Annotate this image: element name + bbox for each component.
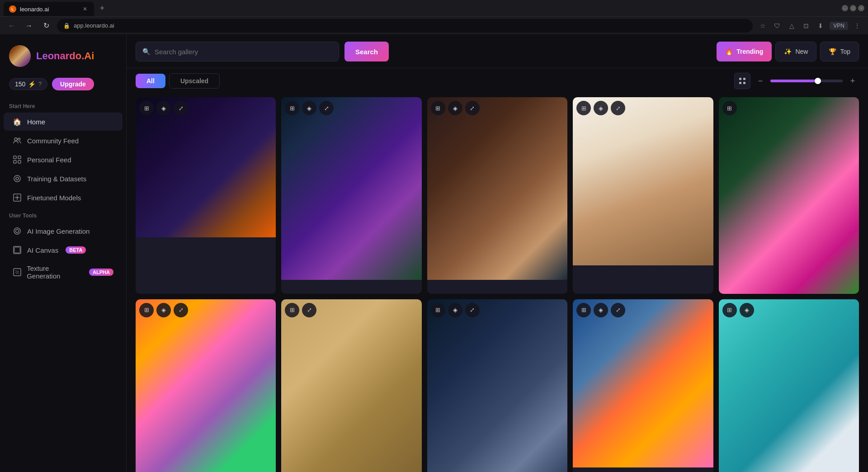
gallery-item-lion[interactable]: ⊞ ◈ ⤢ <box>136 299 276 472</box>
gallery-item-rocket[interactable]: ⊞ ◈ ⤢ <box>136 97 276 294</box>
image-lion <box>136 299 276 472</box>
svg-rect-4 <box>14 160 16 163</box>
logo-text: Leonardo.Ai <box>36 50 94 62</box>
edit-btn-rocket[interactable]: ◈ <box>156 101 171 115</box>
section-tools-label: User Tools <box>0 207 126 222</box>
extension-icon[interactable]: ⊡ <box>801 20 811 31</box>
remix-btn-pinkhair[interactable]: ⊞ <box>722 101 737 115</box>
expand-btn-woman[interactable]: ⤢ <box>465 101 480 115</box>
expand-btn-dog[interactable]: ⤢ <box>611 101 625 115</box>
help-icon[interactable]: ? <box>38 81 42 87</box>
remix-btn-rocket[interactable]: ⊞ <box>139 101 154 115</box>
edit-btn-dog[interactable]: ◈ <box>594 101 608 115</box>
gallery-item-tree[interactable]: ⊞ ◈ ⤢ <box>281 97 421 294</box>
edit-btn-woman[interactable]: ◈ <box>448 101 462 115</box>
item-overlay-rocket: ⊞ ◈ ⤢ <box>139 101 188 115</box>
upgrade-button[interactable]: Upgrade <box>52 78 94 90</box>
search-bar: 🔍 <box>136 42 339 61</box>
edit-btn-lion[interactable]: ◈ <box>156 303 171 317</box>
maximize-btn[interactable]: ⊡ <box>850 5 856 11</box>
url-bar[interactable]: 🔒 app.leonardo.ai <box>57 19 753 33</box>
all-tab[interactable]: All <box>136 74 165 88</box>
remix-btn-flowers[interactable]: ⊞ <box>576 303 591 317</box>
expand-btn-lion[interactable]: ⤢ <box>174 303 188 317</box>
item-overlay-lion: ⊞ ◈ ⤢ <box>139 303 188 317</box>
sidebar-item-home[interactable]: 🏠 Home <box>4 113 123 131</box>
edit-btn-koala[interactable]: ◈ <box>740 303 754 317</box>
personal-icon <box>13 155 22 164</box>
credits-badge: 150 ⚡ ? <box>9 78 47 90</box>
item-overlay-flowers: ⊞ ◈ ⤢ <box>576 303 625 317</box>
zoom-slider[interactable] <box>770 80 843 82</box>
svg-point-6 <box>14 175 20 182</box>
svg-point-9 <box>14 228 20 234</box>
svg-rect-3 <box>18 156 21 159</box>
profile-icon[interactable]: △ <box>786 20 797 31</box>
gallery-item-flowers[interactable]: ⊞ ◈ ⤢ <box>573 299 713 472</box>
gallery-item-pinkhair[interactable]: ⊞ <box>719 97 859 294</box>
shield-icon[interactable]: 🛡 <box>772 20 783 31</box>
remix-btn-hieroglyphs[interactable]: ⊞ <box>285 303 299 317</box>
new-filter-btn[interactable]: ✨ New <box>775 42 816 61</box>
sidebar-item-training[interactable]: Training & Datasets <box>4 170 123 188</box>
filter-buttons: 🔥 Trending ✨ New 🏆 Top <box>717 42 859 61</box>
trending-filter-btn[interactable]: 🔥 Trending <box>717 42 772 61</box>
sidebar-texture-label: Texture Generation <box>27 264 82 280</box>
menu-icon[interactable]: ⋮ <box>852 20 863 31</box>
search-icon: 🔍 <box>142 48 150 55</box>
expand-btn-flowers[interactable]: ⤢ <box>611 303 625 317</box>
tab-close-btn[interactable]: ✕ <box>81 5 89 13</box>
expand-btn-rocket[interactable]: ⤢ <box>174 101 188 115</box>
sidebar-item-texture[interactable]: Texture Generation ALPHA <box>4 260 123 284</box>
image-pinkhair <box>719 97 859 294</box>
search-button[interactable]: Search <box>344 42 389 61</box>
svg-rect-15 <box>743 78 745 80</box>
remix-btn-koala[interactable]: ⊞ <box>722 303 737 317</box>
gallery-item-woman[interactable]: ⊞ ◈ ⤢ <box>427 97 567 294</box>
svg-rect-5 <box>18 160 21 163</box>
zoom-in-btn[interactable]: + <box>846 75 859 87</box>
sidebar-item-personal[interactable]: Personal Feed <box>4 151 123 169</box>
top-filter-btn[interactable]: 🏆 Top <box>820 42 859 61</box>
download-icon[interactable]: ⬇ <box>815 20 826 31</box>
sidebar-item-finetuned[interactable]: Finetuned Models <box>4 189 123 207</box>
reload-btn[interactable]: ↻ <box>40 19 52 32</box>
avatar[interactable] <box>9 45 31 67</box>
gallery-item-warrior[interactable]: ⊞ ◈ ⤢ <box>427 299 567 472</box>
forward-btn[interactable]: → <box>23 19 35 32</box>
gallery-area: ⊞ ◈ ⤢ ⊞ ◈ ⤢ ⊞ <box>127 94 868 472</box>
image-rocket <box>136 97 276 237</box>
expand-btn-tree[interactable]: ⤢ <box>319 101 334 115</box>
grid-controls: − + <box>734 73 859 89</box>
sidebar-item-ai-canvas[interactable]: AI Canvas BETA <box>4 241 123 259</box>
gallery-item-hieroglyphs[interactable]: ⊞ ⤢ <box>281 299 421 472</box>
gallery-item-dog[interactable]: ⊞ ◈ ⤢ <box>573 97 713 294</box>
gallery-item-koala[interactable]: ⊞ ◈ <box>719 299 859 472</box>
remix-btn-warrior[interactable]: ⊞ <box>431 303 445 317</box>
edit-btn-warrior[interactable]: ◈ <box>448 303 462 317</box>
new-tab-btn[interactable]: + <box>96 2 108 14</box>
ai-image-icon <box>13 227 22 236</box>
edit-btn-flowers[interactable]: ◈ <box>594 303 608 317</box>
sidebar-item-ai-image[interactable]: AI Image Generation <box>4 222 123 240</box>
remix-btn-dog[interactable]: ⊞ <box>576 101 591 115</box>
remix-btn-woman[interactable]: ⊞ <box>431 101 445 115</box>
remix-btn-tree[interactable]: ⊞ <box>285 101 299 115</box>
edit-btn-tree[interactable]: ◈ <box>302 101 316 115</box>
expand-btn-warrior[interactable]: ⤢ <box>465 303 480 317</box>
zoom-out-btn[interactable]: − <box>754 75 767 87</box>
upscaled-tab[interactable]: Upscaled <box>169 73 220 89</box>
search-input[interactable] <box>155 48 332 56</box>
active-tab[interactable]: L leonardo.ai ✕ <box>4 2 94 16</box>
gallery-grid: ⊞ ◈ ⤢ ⊞ ◈ ⤢ ⊞ <box>136 97 859 472</box>
item-overlay-dog: ⊞ ◈ ⤢ <box>576 101 625 115</box>
expand-btn-hieroglyphs[interactable]: ⤢ <box>302 303 316 317</box>
close-btn[interactable]: ✕ <box>858 5 864 11</box>
minimize-btn[interactable]: — <box>842 5 848 11</box>
bookmark-icon[interactable]: ☆ <box>757 20 768 31</box>
gallery-header: 🔍 Search 🔥 Trending ✨ New 🏆 Top <box>127 34 868 68</box>
sidebar-item-community[interactable]: Community Feed <box>4 132 123 150</box>
remix-btn-lion[interactable]: ⊞ <box>139 303 154 317</box>
grid-view-btn[interactable] <box>734 73 750 89</box>
back-btn[interactable]: ← <box>5 19 18 32</box>
